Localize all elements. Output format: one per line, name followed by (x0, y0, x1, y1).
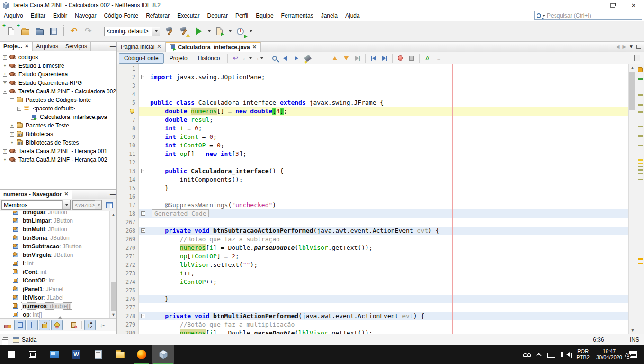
show-fields-filter[interactable] (14, 320, 26, 330)
code-line[interactable]: 17 @SuppressWarnings("unchecked") (117, 201, 628, 209)
fold-toggle-icon[interactable]: − (141, 169, 145, 173)
close-icon[interactable]: ✕ (64, 191, 68, 197)
last-edit-position-button[interactable]: ↩ (230, 54, 241, 63)
fold-toggle-icon[interactable]: − (141, 228, 145, 233)
new-project-button[interactable]: + (18, 25, 32, 38)
search-scope-dropdown-icon[interactable] (542, 15, 545, 17)
fold-column[interactable] (139, 235, 148, 244)
navigator-scrollbar[interactable]: ▲ ▼ (109, 211, 116, 318)
code-line[interactable]: 271 op[iContOP] = 2; (117, 252, 628, 261)
code-line[interactable]: 5public class Calculadora_interface exte… (117, 99, 628, 107)
tree-item[interactable]: −Pacotes de Códigos-fonte (0, 96, 116, 104)
fold-column[interactable]: − (139, 73, 148, 82)
menu-item[interactable]: Navegar (71, 11, 100, 20)
tree-item[interactable]: +Tarefa Cauã.M 2INF - Herança 001 (0, 147, 116, 155)
error-stripe-mark[interactable] (638, 135, 643, 136)
dock-window-icon[interactable] (3, 337, 8, 342)
tree-item[interactable]: +codigos (0, 53, 116, 62)
hint-lightbulb-icon[interactable] (130, 109, 134, 113)
scrollbar-thumb[interactable] (629, 72, 635, 110)
network-button[interactable] (544, 345, 558, 364)
error-stripe-mark[interactable] (638, 163, 643, 164)
navigator-member-item[interactable]: btnSubtracao : JButton (0, 242, 116, 251)
split-document-icon[interactable] (632, 54, 642, 63)
code-line[interactable]: 10 int iContOP = 0; (117, 141, 628, 150)
fold-toggle-icon[interactable]: − (141, 314, 145, 318)
code-line[interactable]: 272 lblVisor.setText(""); (117, 261, 628, 269)
error-stripe-mark[interactable] (638, 166, 643, 167)
show-positions-filter[interactable] (51, 320, 63, 330)
tree-item[interactable]: +Estudo Quarentena (0, 70, 116, 79)
tree-toggle-icon[interactable]: + (10, 141, 14, 145)
next-occurrence-button[interactable] (291, 54, 302, 63)
code-line[interactable]: 278− private void btnMultiActionPerforme… (117, 312, 628, 320)
clock[interactable]: 16:47 30/04/2020 (593, 345, 626, 364)
navigator-member-item[interactable]: lblVisor : JLabel (0, 293, 116, 302)
people-button[interactable] (520, 345, 534, 364)
debug-dropdown-icon[interactable] (227, 25, 233, 38)
tree-toggle-icon[interactable]: + (3, 149, 7, 154)
restore-button[interactable] (602, 0, 623, 10)
start-button[interactable] (0, 345, 22, 364)
navigator-member-item[interactable]: numeros : double[] (0, 302, 116, 310)
fold-column[interactable] (139, 295, 148, 303)
code-line[interactable]: 4 (117, 90, 628, 99)
scroll-tabs-left-icon[interactable]: ◀ (616, 44, 620, 49)
netbeans-taskbar-button[interactable] (152, 345, 174, 364)
tree-toggle-icon[interactable]: + (3, 73, 7, 77)
redo-button[interactable]: ↷ (81, 25, 95, 38)
editor-scrollbar[interactable]: ▲ ▼ (628, 64, 636, 334)
firefox-button[interactable] (131, 345, 152, 364)
toggle-highlight-search-button[interactable] (303, 54, 313, 63)
menu-item[interactable]: Equipe (252, 11, 277, 20)
error-stripe-mark[interactable] (638, 169, 643, 171)
scrollbar-thumb[interactable] (111, 282, 116, 311)
code-line[interactable]: 1 (117, 64, 628, 73)
find-selection-button[interactable] (268, 54, 279, 63)
tree-toggle-icon[interactable]: + (3, 64, 7, 68)
fold-column[interactable] (139, 261, 148, 269)
language-indicator[interactable]: POR PTB2 (573, 345, 593, 364)
menu-item[interactable]: Ajuda (341, 11, 364, 20)
show-hidden-icons-button[interactable] (534, 345, 544, 364)
sort-by-source-button[interactable]: ↓≡ (97, 320, 108, 330)
fold-column[interactable] (139, 269, 148, 278)
fold-column[interactable]: − (139, 312, 148, 320)
fold-column[interactable] (139, 184, 148, 192)
error-stripe-mark[interactable] (638, 263, 643, 264)
maximize-editor-icon[interactable] (636, 45, 641, 49)
notepad-button[interactable] (87, 345, 109, 364)
tree-item[interactable]: −Tarefa Cauã.M 2INF - Calculadora 002 (0, 87, 116, 96)
fold-toggle-icon[interactable]: + (141, 211, 145, 216)
menu-item[interactable]: Código-Fonte (100, 11, 142, 20)
shift-line-left-button[interactable] (368, 54, 378, 63)
volume-button[interactable] (558, 345, 573, 364)
error-stripe[interactable] (636, 64, 644, 334)
scroll-up-icon[interactable]: ▲ (629, 64, 636, 71)
error-stripe-mark[interactable] (638, 179, 643, 180)
shift-line-right-button[interactable] (379, 54, 390, 63)
navigator-member-item[interactable]: btnIgual : JButton (0, 211, 116, 217)
scroll-down-icon[interactable]: ▼ (629, 327, 636, 334)
fold-column[interactable] (139, 286, 148, 295)
error-stripe-mark[interactable] (638, 126, 643, 127)
fold-column[interactable] (139, 320, 148, 329)
tree-item[interactable]: +Bibliotecas de Testes (0, 138, 116, 147)
run-project-button[interactable] (192, 25, 205, 38)
file-explorer-button[interactable] (109, 345, 131, 364)
error-stripe-mark[interactable] (638, 78, 643, 80)
navigator-member-item[interactable]: btnVirgula : JButton (0, 251, 116, 259)
back-button[interactable]: ← (242, 54, 252, 63)
action-center-button[interactable]: 1 (626, 345, 644, 364)
view-source-button[interactable]: Código-Fonte (119, 53, 164, 64)
config-combobox[interactable]: <config. default> (104, 27, 160, 36)
navigator-member-item[interactable]: iContOP : int (0, 276, 116, 285)
code-line[interactable]: 13− public Calculadora_interface() { (117, 167, 628, 175)
tree-item[interactable]: Calculadora_interface.java (0, 113, 116, 121)
navigator-member-item[interactable]: i : int (0, 259, 116, 268)
clean-build-button[interactable] (178, 25, 191, 38)
fold-column[interactable]: + (139, 209, 148, 218)
fully-qualified-names-filter[interactable] (68, 320, 79, 330)
previous-occurrence-button[interactable] (280, 54, 290, 63)
fold-column[interactable]: − (139, 227, 148, 235)
